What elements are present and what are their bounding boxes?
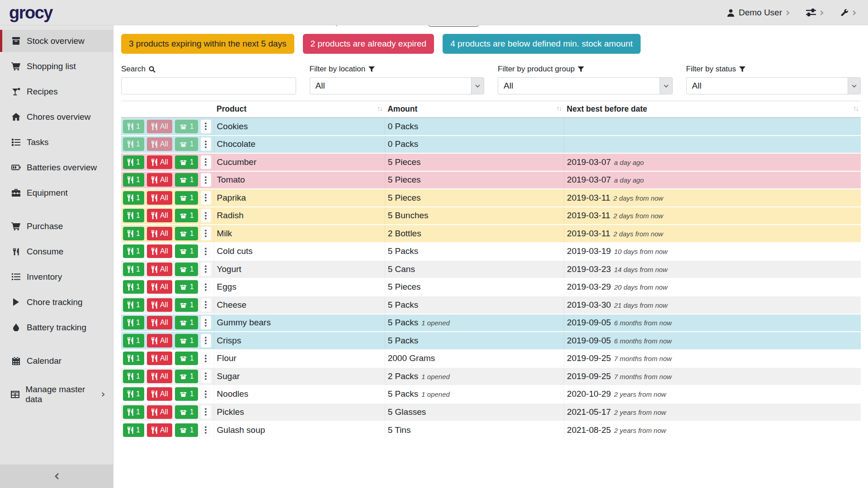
open-one-button[interactable]: 1 <box>175 370 198 383</box>
consume-one-button[interactable]: 1 <box>123 155 144 169</box>
sidebar-item-chore-tracking[interactable]: Chore tracking <box>0 291 113 313</box>
sidebar-item-purchase[interactable]: Purchase <box>0 215 113 237</box>
open-one-button[interactable]: 1 <box>175 209 198 222</box>
consume-all-button[interactable]: All <box>147 316 172 329</box>
row-menu-button[interactable] <box>201 209 211 222</box>
sidebar-item-battery-tracking[interactable]: Battery tracking <box>0 316 113 338</box>
consume-all-button[interactable]: All <box>147 155 172 169</box>
consume-all-button[interactable]: All <box>147 405 172 419</box>
sidebar-collapse-button[interactable] <box>0 465 113 488</box>
sidebar-item-calendar[interactable]: Calendar <box>0 350 113 372</box>
amount-column-header[interactable]: Amount↑↓ <box>385 101 564 118</box>
user-menu[interactable]: Demo User <box>726 8 790 18</box>
consume-all-button[interactable]: All <box>147 352 172 365</box>
consume-one-button[interactable]: 1 <box>123 120 144 133</box>
expired-alert-badge[interactable]: 2 products are already expired <box>303 34 434 54</box>
row-menu-button[interactable] <box>201 387 211 401</box>
open-one-button[interactable]: 1 <box>175 155 198 169</box>
consume-all-button[interactable]: All <box>147 370 172 383</box>
open-one-button[interactable]: 1 <box>175 227 198 240</box>
row-menu-button[interactable] <box>201 316 211 329</box>
open-one-button[interactable]: 1 <box>175 244 198 258</box>
row-menu-button[interactable] <box>201 137 211 151</box>
open-one-button[interactable]: 1 <box>175 316 198 329</box>
row-menu-button[interactable] <box>201 120 211 133</box>
consume-all-button[interactable]: All <box>147 387 172 401</box>
row-menu-button[interactable] <box>201 370 211 383</box>
consume-one-button[interactable]: 1 <box>123 352 144 365</box>
consume-all-button[interactable]: All <box>147 191 172 205</box>
consume-one-button[interactable]: 1 <box>123 137 144 151</box>
sidebar-item-stock-overview[interactable]: Stock overview <box>0 30 113 52</box>
sidebar-item-batteries-overview[interactable]: Batteries overview <box>0 156 113 178</box>
open-one-button[interactable]: 1 <box>175 387 198 401</box>
consume-one-button[interactable]: 1 <box>123 334 144 347</box>
sidebar-item-manage-master-data[interactable]: Manage master data <box>0 383 113 405</box>
open-one-button[interactable]: 1 <box>175 263 198 276</box>
consume-all-button[interactable]: All <box>147 120 172 133</box>
consume-one-button[interactable]: 1 <box>123 405 144 419</box>
consume-one-button[interactable]: 1 <box>123 387 144 401</box>
consume-one-button[interactable]: 1 <box>123 370 144 383</box>
row-menu-button[interactable] <box>201 155 211 169</box>
consume-all-button[interactable]: All <box>147 263 172 276</box>
row-menu-button[interactable] <box>201 263 211 276</box>
consume-one-button[interactable]: 1 <box>123 209 144 222</box>
consume-all-button[interactable]: All <box>147 137 172 151</box>
open-one-button[interactable]: 1 <box>175 280 198 294</box>
below-min-stock-alert-badge[interactable]: 4 products are below defined min. stock … <box>443 34 640 54</box>
sidebar-item-equipment[interactable]: Equipment <box>0 182 113 204</box>
row-menu-button[interactable] <box>201 244 211 258</box>
consume-one-button[interactable]: 1 <box>123 227 144 240</box>
consume-all-button[interactable]: All <box>147 423 172 437</box>
consume-one-button[interactable]: 1 <box>123 191 144 205</box>
sidebar-item-recipes[interactable]: Recipes <box>0 80 113 103</box>
location-filter-select[interactable]: All <box>310 77 485 94</box>
open-one-button[interactable]: 1 <box>175 334 198 347</box>
settings-menu[interactable] <box>806 9 824 17</box>
consume-one-button[interactable]: 1 <box>123 263 144 276</box>
open-one-button[interactable]: 1 <box>175 405 198 419</box>
row-menu-button[interactable] <box>201 298 211 312</box>
consume-all-button[interactable]: All <box>147 298 172 312</box>
row-menu-button[interactable] <box>201 405 211 419</box>
sidebar-item-shopping-list[interactable]: Shopping list <box>0 55 113 77</box>
status-filter-select[interactable]: All <box>686 77 861 94</box>
consume-one-button[interactable]: 1 <box>123 423 144 437</box>
expiring-alert-badge[interactable]: 3 products expiring within the next 5 da… <box>121 34 294 54</box>
consume-one-button[interactable]: 1 <box>123 298 144 312</box>
row-menu-button[interactable] <box>201 423 211 437</box>
consume-all-button[interactable]: All <box>147 173 172 187</box>
open-one-button[interactable]: 1 <box>175 423 198 437</box>
sidebar-item-chores-overview[interactable]: Chores overview <box>0 106 113 128</box>
consume-one-button[interactable]: 1 <box>123 280 144 294</box>
search-input[interactable] <box>121 77 296 94</box>
row-menu-button[interactable] <box>201 173 211 187</box>
row-menu-button[interactable] <box>201 334 211 347</box>
row-menu-button[interactable] <box>201 227 211 240</box>
consume-all-button[interactable]: All <box>147 334 172 347</box>
consume-all-button[interactable]: All <box>147 227 172 240</box>
admin-menu[interactable] <box>840 9 856 17</box>
row-menu-button[interactable] <box>201 352 211 365</box>
consume-all-button[interactable]: All <box>147 280 172 294</box>
best-before-column-header[interactable]: Next best before date↑↓ <box>564 101 861 118</box>
open-one-button[interactable]: 1 <box>175 137 198 151</box>
product-column-header[interactable]: Product↑↓ <box>214 101 385 118</box>
row-menu-button[interactable] <box>201 280 211 294</box>
row-menu-button[interactable] <box>201 191 211 205</box>
open-one-button[interactable]: 1 <box>175 120 198 133</box>
product-group-filter-select[interactable]: All <box>498 77 673 94</box>
open-one-button[interactable]: 1 <box>175 173 198 187</box>
sidebar-item-tasks[interactable]: Tasks <box>0 131 113 153</box>
sidebar-item-consume[interactable]: Consume <box>0 240 113 263</box>
open-one-button[interactable]: 1 <box>175 298 198 312</box>
consume-all-button[interactable]: All <box>147 244 172 258</box>
sidebar-item-inventory[interactable]: Inventory <box>0 266 113 288</box>
consume-all-button[interactable]: All <box>147 209 172 222</box>
consume-one-button[interactable]: 1 <box>123 173 144 187</box>
open-one-button[interactable]: 1 <box>175 191 198 205</box>
open-one-button[interactable]: 1 <box>175 352 198 365</box>
consume-one-button[interactable]: 1 <box>123 244 144 258</box>
consume-one-button[interactable]: 1 <box>123 316 144 329</box>
